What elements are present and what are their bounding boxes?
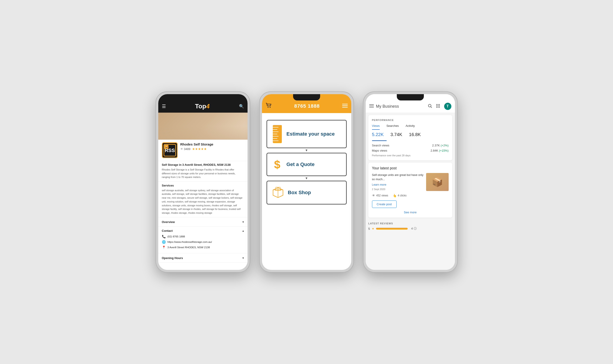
search-views-value: 2.37K (+2%) (432, 144, 449, 147)
overview-chevron: ▾ (242, 220, 244, 224)
logo-four: 4 (206, 103, 210, 110)
search-icon[interactable]: 🔍 (239, 104, 244, 109)
storage-menu-icon[interactable] (342, 104, 348, 109)
latest-post-card: Your latest post Self-storage units are … (368, 163, 452, 218)
boxes-illustration: 📦 (432, 177, 443, 187)
post-text: Self-storage units are great but have on… (372, 173, 424, 191)
cart-icon[interactable] (266, 103, 272, 109)
contact-website-row: 🌐 https://www.rhodesselfstorage.com.au/ (162, 240, 244, 244)
searches-value: 3.74K (391, 132, 402, 137)
top4-logo: Top4 (195, 103, 210, 110)
search-views-row: Search views 2.37K (+2%) (372, 144, 449, 147)
search-views-change: (+2%) (440, 144, 449, 147)
phone-notch-3 (397, 94, 424, 101)
services-title: Services (162, 184, 244, 187)
box-shop-label: Box Shop (288, 189, 311, 196)
contact-address: 3 Averill Street RHODES, NSW 2138 (167, 246, 210, 249)
post-views-count: 452 views (376, 194, 388, 197)
svg-point-6 (270, 107, 271, 108)
business-description: Rhodes Self Storage is a Self Storage Fa… (162, 168, 244, 179)
logo-top: Top (195, 103, 206, 110)
maps-views-change: (+15%) (439, 149, 449, 152)
contact-accordion[interactable]: Contact ▴ (162, 229, 244, 235)
business-info: Rhodes Self Storage 👁 3489 ★★★★★ (180, 142, 244, 151)
business-name: Rhodes Self Storage (180, 142, 244, 146)
views-stat-icon: 👁 (372, 194, 375, 197)
contact-phone-row: 📞 (02) 8765 1888 (162, 235, 244, 238)
location-icon: 📍 (162, 246, 166, 249)
box-shop-card[interactable]: Box Shop (266, 181, 347, 205)
create-post-button[interactable]: Create post (372, 200, 396, 208)
business-meta: 👁 3489 ★★★★★ (180, 147, 244, 151)
star-number: 5 (368, 227, 370, 230)
performance-values: 5.22K 3.74K 16.8K (372, 132, 449, 137)
measure-icon (272, 125, 283, 143)
post-image: 📦 (426, 173, 449, 191)
learn-more-link[interactable]: Learn more (372, 183, 386, 186)
business-address: Self Storage in 3 Averill Street, RHODES… (162, 163, 244, 167)
contact-chevron: ▴ (242, 229, 244, 233)
storage-phone-number[interactable]: 8765 1888 (294, 103, 320, 109)
get-quote-label: Get a Quote (286, 161, 315, 168)
performance-tabs: Views Searches Activity (372, 124, 449, 130)
address-section: Self Storage in 3 Averill Street, RHODES… (158, 161, 247, 182)
star-icon: ★ (372, 227, 374, 230)
phone1-screen: ☰ Top4 🔍 (158, 94, 247, 270)
estimate-space-label: Estimate your space (286, 131, 335, 137)
globe-icon: 🌐 (162, 240, 166, 244)
contact-phone[interactable]: (02) 8765 1888 (167, 235, 185, 238)
svg-point-27 (438, 104, 438, 105)
svg-point-5 (268, 107, 269, 108)
services-text: self storage australia, self storage syd… (162, 189, 244, 215)
services-section: Services self storage australia, self st… (158, 182, 247, 218)
phone2-screen: 8765 1888 (262, 94, 351, 270)
hamburger-icon[interactable]: ☰ (162, 104, 166, 109)
svg-point-33 (438, 107, 438, 108)
dollar-icon: $ (272, 158, 283, 171)
phone-top4: ☰ Top4 🔍 (156, 91, 250, 273)
performance-card: PERFORMANCE Views Searches Activity 5.22… (368, 115, 452, 160)
my-business-search-icon[interactable] (428, 104, 432, 109)
phone-storage-app: 8765 1888 (259, 91, 354, 273)
views-underline (372, 140, 387, 141)
svg-text:📦: 📦 (165, 146, 168, 149)
search-views-label: Search views (372, 144, 389, 147)
tab-searches[interactable]: Searches (386, 124, 399, 130)
phone-my-business: My Business (363, 91, 458, 273)
post-description: Self-storage units are great but have on… (372, 173, 424, 182)
latest-reviews-label: LATEST REVIEWS (366, 220, 455, 226)
business-logo: RSS 📦 (162, 142, 178, 158)
my-business-menu-icon[interactable] (369, 104, 374, 109)
estimate-space-card[interactable]: Estimate your space (266, 120, 347, 148)
hero-image (158, 113, 247, 140)
svg-point-30 (438, 105, 438, 106)
post-clicks-stat: 👆 4 clicks (393, 194, 407, 197)
tab-views[interactable]: Views (372, 124, 380, 130)
opening-hours-label: Opening Hours (162, 256, 183, 260)
get-quote-card[interactable]: $ Get a Quote (266, 153, 347, 176)
contact-label: Contact (162, 229, 173, 233)
phone3-screen: My Business (366, 94, 455, 270)
box-icon (272, 186, 284, 199)
business-card: RSS 📦 Rhodes Self Storage 👁 3489 (158, 140, 247, 161)
post-views-stat: 👁 452 views (372, 194, 388, 197)
svg-line-25 (431, 107, 432, 108)
performance-note: Performance over the past 28 days (372, 154, 449, 157)
see-more-link[interactable]: See more (372, 211, 449, 214)
svg-point-34 (439, 107, 440, 108)
business-views: 👁 3489 (180, 147, 191, 151)
eye-icon: 👁 (180, 147, 183, 151)
star-rating-row: 5 ★ 4 ⓘ (366, 226, 455, 232)
overview-accordion[interactable]: Overview ▾ (158, 217, 247, 227)
star-rating: ★★★★★ (192, 147, 207, 151)
my-business-avatar[interactable]: T (444, 103, 451, 110)
my-business-grid-icon[interactable] (436, 104, 440, 109)
svg-point-29 (436, 105, 437, 106)
tab-activity[interactable]: Activity (406, 124, 415, 130)
phone-notch-1 (189, 94, 217, 101)
post-clicks-count: 4 clicks (398, 194, 407, 197)
contact-website[interactable]: https://www.rhodesselfstorage.com.au/ (167, 241, 212, 243)
maps-views-label: Maps views (372, 149, 387, 152)
phones-container: ☰ Top4 🔍 (156, 91, 458, 273)
opening-hours-accordion[interactable]: Opening Hours ▾ (158, 253, 247, 263)
